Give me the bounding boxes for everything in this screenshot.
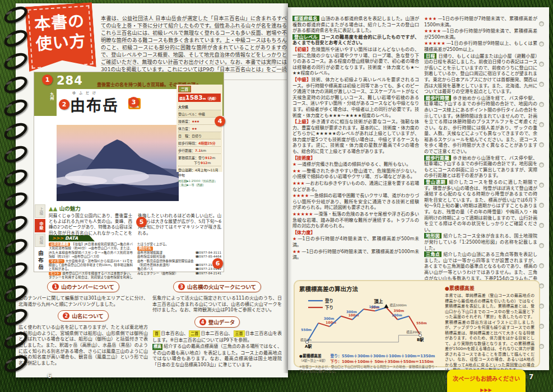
- course-data-panel: 二百 標高1583m（西峰） 大分県 登山レベル：中級 技術度：★★★ 体力度：…: [176, 85, 222, 172]
- level-tab-初級: 初級: [35, 234, 45, 247]
- rating-heading: 【技術度】: [292, 155, 315, 161]
- how-to-use-ribbon: 本書の 使い方: [25, 2, 96, 72]
- page-number-right: 7: [529, 373, 533, 381]
- svg-text:登り: 登り: [324, 298, 333, 304]
- punch-hole: [539, 142, 544, 147]
- section-pill-3: 3山名横の火山マークについて: [173, 281, 261, 292]
- time-row: 総歩行時間：4時間25分: [178, 139, 221, 147]
- punch-hole: [539, 324, 544, 329]
- punch-hole: [539, 304, 544, 309]
- svg-text:A駅: A駅: [305, 344, 312, 349]
- callout-number-2: 2: [59, 99, 69, 110]
- level-label: 【初級】: [292, 46, 312, 52]
- chart-note: ※往復コースおよび、登山口と下山口が同じ場所となる周回コースの場合、累積標高差は…: [299, 365, 440, 374]
- callout-number-5: 5: [136, 217, 147, 227]
- punch-hole: [539, 82, 544, 87]
- data-section-header: >>> DATA: [49, 235, 95, 241]
- elev-label: 標高: [179, 97, 185, 100]
- contact-tel: ☎0977-84-2141: [195, 272, 221, 276]
- rank-badge-二百: 二百: [189, 330, 200, 338]
- contact-item: 問合せ先由布市地域振興課☎0977-84-3111由布院温泉観光協会☎0977-…: [137, 246, 221, 276]
- section-title: 山のナンバーについて: [61, 283, 114, 291]
- triple-arrow-icon: ▶▶▶: [480, 388, 492, 392]
- contact-name: 亀の井バス: [137, 267, 153, 271]
- chart-area: 累積標高差の算出方法 登り下り550m100m300m100m300m50m10…: [299, 284, 440, 363]
- punch-hole: [539, 223, 544, 228]
- svg-text:下り: 下り: [325, 305, 333, 310]
- right-page-item: 都道府県名山頂のある都道府県名を表記しました。山頂が複数の都道府県にまたがる場合…: [292, 16, 419, 34]
- appeal-text: 阿蘇くじゅう国立公園内にあり、豊後富士ともよばれる九州でも人気の山。東峰、西峰の…: [49, 213, 221, 236]
- access-item: 公共交通機関【往復】JR日豊本線別府駅西口→亀の井バス別府湯布院線（約40分）→…: [49, 242, 133, 259]
- green-label: 登山レベル: [292, 34, 319, 40]
- elevation-badge: 標高: [152, 344, 162, 350]
- right-page-item: 日程日帰り、もしくは山麓または山小屋（避難小屋）泊の日程を表記しました。前夜泊日…: [424, 53, 537, 95]
- right-page-item: ★★★──1日の歩行時間が7時間未満で、累積標高差が1500m未満。: [424, 16, 537, 27]
- rank-badge: 二百: [178, 86, 191, 92]
- right-page-item: 地形図紹介したコース全体が含まれる、国土地理院が発行している「1:25000地形…: [424, 233, 537, 251]
- right-page-item: ★──道標が完備され登山道の傾斜がゆるく、難所もない。: [292, 161, 419, 167]
- distance-row: 歩行距離：7.1km: [178, 147, 221, 154]
- callout-number-6: 6: [212, 258, 223, 269]
- section-title: 山名について: [72, 312, 104, 320]
- contact-tel: ☎0977-84-3111: [195, 251, 221, 255]
- svg-text:標高1000m: 標高1000m: [389, 303, 406, 307]
- next-page-label: 次ページもお読みください: [453, 374, 520, 382]
- prefecture: 大分県: [178, 103, 221, 110]
- explanation-sections: 1山のナンバーについて山のナンバーに関して編集部では301山をエリアごとに分け、…: [18, 278, 282, 367]
- ribbon-title: 本書の 使い方: [25, 10, 95, 55]
- totals-label: ●累積標高差: [299, 353, 328, 358]
- right-page: 都道府県名山頂のある都道府県名を表記しました。山頂が複数の都道府県にまたがる場合…: [288, 7, 549, 370]
- contact-label: 問合せ先: [137, 246, 153, 250]
- star-rating: ★★★★: [292, 193, 309, 198]
- right-page-item: 【体力度】: [292, 230, 419, 236]
- level-label: 【中級】: [292, 77, 312, 82]
- section-title: 登山データ: [208, 318, 235, 326]
- section-title: 山名横の火山マークについて: [187, 283, 256, 291]
- sample-mountain-card: 284 豊後富士の名を持つ美しき双耳峰。その両峰の頂へ 九州 ゆふだけ 由布岳: [34, 72, 224, 272]
- intro-paragraph: 本書は、公益社団法人 日本山岳会が選定した「日本三百名山」に含まれるすべての山を…: [101, 15, 287, 80]
- green-label: 総歩行時間: [424, 95, 451, 101]
- elevation-bar: 標高1583m（西峰）: [178, 94, 221, 102]
- tech-stars: ★★★: [192, 119, 199, 123]
- schedule-row: 日 程：日帰り: [178, 132, 221, 139]
- data-section: >>> DATA 公共交通機関【往復】JR日豊本線別府駅西口→亀の井バス別府湯布…: [49, 235, 221, 280]
- star-rating: ★★: [292, 249, 301, 254]
- appeal-section: ▲▲ 山の魅力 阿蘇くじゅう国立公園内にあり、豊後富士ともよばれる九州でも人気の…: [49, 204, 221, 236]
- section-number-badge: 3: [178, 283, 185, 290]
- right-page-item: 【上級】歩き通すのに相当な技術が必要なコース。強靭な体力、豊富な経験が要求されま…: [292, 119, 419, 155]
- right-page-item: ★──1日の歩行時間が4時間未満で、累積標高差が500m未満。: [292, 236, 419, 248]
- topo-map-note: 地形図▶1:25000「別府西部」: [178, 179, 221, 183]
- book-photo-stage: 本書の 使い方 本書は、公益社団法人 日本山岳会が選定した「日本三百名山」に含ま…: [0, 0, 553, 392]
- page-gutter-shadow: [283, 3, 292, 373]
- star-rating: ★: [292, 236, 297, 241]
- right-page-item: ★★★★★──1日の歩行時間が9時間以上、もしくは累積標高差が2500m以上。: [424, 40, 537, 52]
- next-page-tab: 次ページもお読みください▶▶▶: [447, 370, 526, 392]
- green-label: 地形図: [424, 233, 442, 239]
- punch-hole: [539, 41, 544, 46]
- right-page-item: 登山適期紹介したコースを登るのに適した期間です。積雪が多い山の場合は、残雪がほぼ…: [424, 179, 537, 232]
- callout-number-4: 4: [215, 116, 225, 127]
- elevation-profile-chart: 登り下り550m100m300m100m300m50m100m350m100m5…: [299, 293, 440, 350]
- explanation-column-right: 3山名横の火山マークについて気象庁によって活火山に指定されている111の火山のう…: [152, 278, 282, 367]
- cumulative-explanation: ●累積標高差 本書では、単純標高差（登山コースの最高地点の標高から最低地点の標高…: [445, 284, 535, 363]
- punch-hole: [539, 263, 544, 268]
- mountain-title: 由布岳: [70, 94, 119, 115]
- svg-text:B駅: B駅: [417, 337, 424, 342]
- green-label: 都道府県名: [292, 16, 319, 21]
- star-rating: ★★: [292, 168, 301, 174]
- svg-text:100m: 100m: [369, 305, 380, 309]
- mountain-icon: ▲▲: [49, 206, 57, 212]
- section-body: 山のナンバーに関して編集部では301山をエリアごとに分け、北海道から九州へと順に…: [18, 295, 148, 307]
- green-label: 総歩行距離: [424, 155, 451, 161]
- svg-text:頂上: 頂上: [374, 298, 383, 304]
- ribbon-line1: 本書の: [34, 11, 85, 34]
- star-rating: ★★★: [424, 16, 437, 21]
- section-number-badge: 4: [199, 319, 206, 325]
- region-label: 九州: [49, 92, 54, 100]
- svg-text:300m: 300m: [346, 310, 357, 314]
- punch-hole: [539, 62, 544, 67]
- contact-name: みなとタクシー（由布院駅）: [137, 272, 178, 276]
- left-page: 本書の 使い方 本書は、公益社団法人 日本山岳会が選定した「日本三百名山」に含ま…: [16, 3, 288, 377]
- punch-hole: [539, 203, 544, 208]
- right-page-item: 【初級】危険箇所や迷いやすい箇所はほとんどないものの、一部に危険の少ない岩場やク…: [292, 46, 419, 76]
